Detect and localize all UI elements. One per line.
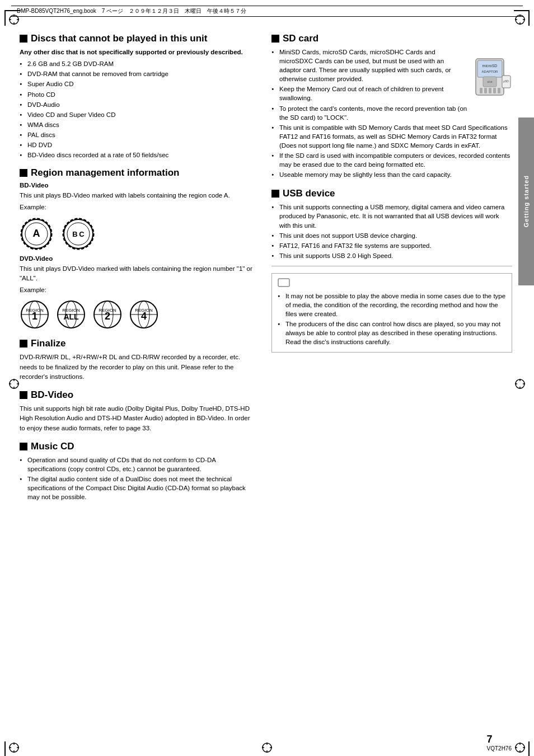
bd-region-images: A B C [20,217,255,251]
svg-text:4: 4 [141,311,147,322]
crosshair-bl [8,741,20,754]
list-item: The digital audio content side of a Dual… [20,475,255,501]
dvd-video-label: DVD-Video [20,255,255,262]
usb-heading-text: USB device [283,188,335,199]
list-item: PAL discs [20,130,255,139]
square-icon-region [20,169,27,177]
list-item: HD DVD [20,140,255,149]
finalize-text: DVD-R/RW/R DL, +R/+RW/+R DL and CD-R/RW … [20,353,255,382]
square-icon-usb [271,190,279,198]
list-item: MiniSD Cards, microSD Cards, microSDHC C… [271,48,512,83]
crosshair-tr [514,13,526,26]
content-area: Discs that cannot be played in this unit… [20,22,514,503]
crosshair-ml [8,378,20,390]
section-usb-device: USB device This unit supports connecting… [271,188,512,260]
discs-heading-text: Discs that cannot be played in this unit [31,33,208,44]
list-item: FAT12, FAT16 and FAT32 file systems are … [271,241,512,250]
dvd-video-text: This unit plays DVD-Video marked with la… [20,264,255,284]
dvd-video-example: Example: [20,285,255,295]
square-icon-bd-video [20,391,27,399]
left-column: Discs that cannot be played in this unit… [20,25,266,503]
bd-video-label: BD-Video [20,182,255,189]
svg-text:B: B [72,230,77,238]
section-sd-card: SD card microSD ADAPTOR [271,33,512,180]
square-icon-finalize [20,340,27,348]
list-item: Video CD and Super Video CD [20,110,255,119]
note-list: It may not be possible to play the above… [278,292,506,347]
svg-text:A: A [33,228,40,239]
page-footer: 7 VQT2H76 [487,734,512,752]
square-icon-sd-card [271,35,279,43]
list-item: The producers of the disc can control ho… [278,320,506,346]
finalize-heading: Finalize [20,338,255,349]
list-item: If the SD card is used with incompatible… [271,151,512,169]
svg-text:1: 1 [32,311,38,322]
right-column: SD card microSD ADAPTOR [266,25,512,503]
sd-card-heading: SD card [271,33,512,44]
sd-card-heading-text: SD card [283,33,318,44]
dvd-badge-4: REGION 4 [129,299,160,330]
list-item: This unit supports USB 2.0 High Speed. [271,251,512,260]
section-region-management: Region management information BD-Video T… [20,167,255,330]
dvd-badge-2: REGION 2 [92,299,123,330]
svg-rect-77 [278,279,289,287]
finalize-heading-text: Finalize [31,338,65,349]
page-wrapper: Getting started DMP-BD85VQT2H76_eng.book… [0,6,534,756]
list-item: DVD-RAM that cannot be removed from cart… [20,69,255,78]
usb-heading: USB device [271,188,512,199]
square-icon-music-cd [20,443,27,450]
list-item: Useable memory may be slightly less than… [271,170,512,179]
list-item: WMA discs [20,120,255,129]
note-box: It may not be possible to play the above… [271,273,512,353]
section-finalize: Finalize DVD-R/RW/R DL, +R/+RW/+R DL and… [20,338,255,382]
bd-badge-a: A [20,217,53,251]
list-item: 2.6 GB and 5.2 GB DVD-RAM [20,59,255,68]
list-item: It may not be possible to play the above… [278,292,506,318]
bd-video-section-heading-text: BD-Video [31,389,73,401]
list-item: Photo CD [20,90,255,99]
sd-card-list: MiniSD Cards, microSD Cards, microSDHC C… [271,48,512,179]
region-heading: Region management information [20,167,255,179]
crosshair-bc [261,741,273,754]
page-number: 7 [487,734,512,745]
dvd-badge-1: REGION 1 [20,299,50,330]
region-heading-text: Region management information [31,167,179,179]
usb-list: This unit supports connecting a USB memo… [271,203,512,260]
page-code: VQT2H76 [487,745,512,752]
music-cd-list: Operation and sound quality of CDs that … [20,456,255,501]
crosshair-mr [514,378,526,390]
square-icon-discs [20,35,27,43]
discs-list: 2.6 GB and 5.2 GB DVD-RAM DVD-RAM that c… [20,59,255,159]
discs-sub-heading: Any other disc that is not specifically … [20,48,255,57]
list-item: This unit is compatible with SD Memory C… [271,123,512,150]
header-bar: DMP-BD85VQT2H76_eng.book 7 ページ ２０９年１２月３日… [11,6,523,17]
svg-text:C: C [79,230,85,238]
divider [271,266,512,266]
crosshair-tl [8,13,20,26]
side-tab: Getting started [518,118,534,285]
side-tab-label: Getting started [523,175,530,227]
list-item: To protect the card's contents, move the… [271,104,512,122]
svg-point-40 [67,223,90,245]
list-item: DVD-Audio [20,100,255,109]
section-bd-video: BD-Video This unit supports high bit rat… [20,389,255,433]
bd-video-section-heading: BD-Video [20,389,255,401]
note-icon [278,278,506,289]
bd-video-section-text: This unit supports high bit rate audio (… [20,404,255,433]
list-item: This unit supports connecting a USB memo… [271,203,512,229]
list-item: Keep the Memory Card out of reach of chi… [271,84,512,102]
list-item: BD-Video discs recorded at a rate of 50 … [20,151,255,159]
header-text: DMP-BD85VQT2H76_eng.book 7 ページ ２０９年１２月３日… [17,8,246,14]
section-music-cd: Music CD Operation and sound quality of … [20,441,255,501]
section-discs-cannot-play: Discs that cannot be played in this unit… [20,33,255,159]
dvd-region-images: REGION 1 REGION ALL [20,299,255,330]
bd-video-example: Example: [20,203,255,212]
crosshair-br [514,741,526,754]
dvd-badge-all: REGION ALL [56,299,87,330]
bd-badge-bc: B C [62,217,95,251]
bd-video-text: This unit plays BD-Video marked with lab… [20,191,255,200]
svg-text:2: 2 [105,311,110,322]
list-item: This unit does not support USB device ch… [271,231,512,240]
music-cd-heading-text: Music CD [31,441,74,452]
section-discs-heading: Discs that cannot be played in this unit [20,33,255,44]
